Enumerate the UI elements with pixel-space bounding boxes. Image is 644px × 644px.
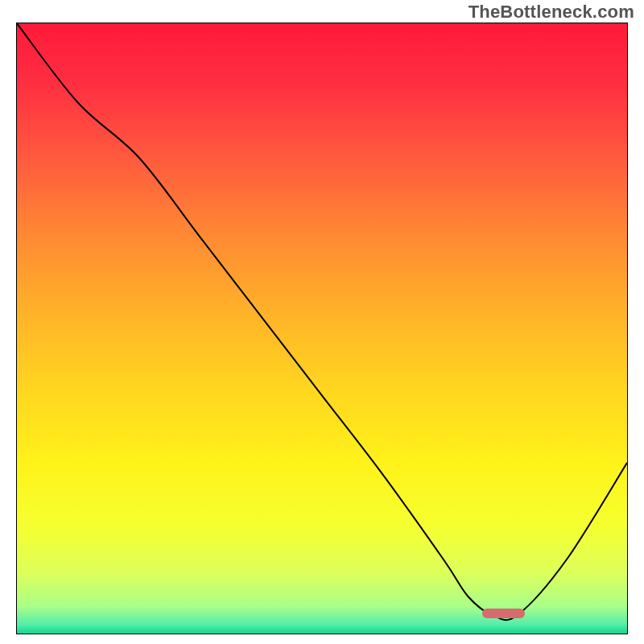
plot-area [16,23,628,634]
optimal-marker [482,609,525,618]
watermark-text: TheBottleneck.com [469,2,634,23]
chart-container: TheBottleneck.com [0,0,644,644]
bottleneck-curve [17,23,627,634]
